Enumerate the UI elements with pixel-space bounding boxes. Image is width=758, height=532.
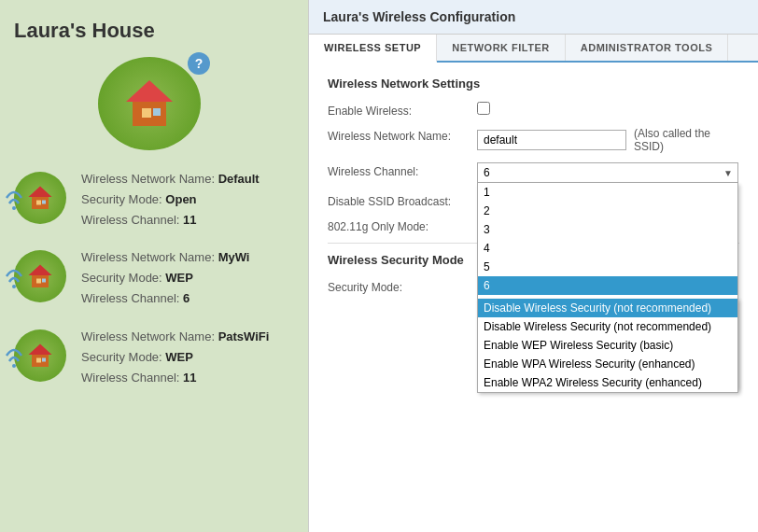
network-icon-0 xyxy=(14,172,70,228)
security-label-1: Security Mode: xyxy=(81,271,165,285)
info-badge[interactable]: ? xyxy=(188,52,210,75)
channel-option-5[interactable]: 5 xyxy=(478,258,737,276)
network-house-svg-1 xyxy=(26,262,54,290)
enable-wireless-control xyxy=(477,102,739,115)
svg-marker-0 xyxy=(126,80,173,102)
channel-option-1[interactable]: 1 xyxy=(478,183,737,202)
network-item-1: Wireless Network Name: MyWi Security Mod… xyxy=(14,247,294,309)
security-value-1: WEP xyxy=(165,271,193,285)
security-option-2[interactable]: Enable WEP Wireless Security (basic) xyxy=(478,336,737,355)
network-name-value-2: PatsWiFi xyxy=(218,329,270,343)
network-name-input[interactable] xyxy=(477,130,626,150)
security-row-2: Security Mode: WEP xyxy=(81,347,269,368)
svg-point-4 xyxy=(12,206,16,210)
channel-dropdown[interactable]: 6 ▼ 1234567891011 xyxy=(477,162,738,183)
network-info-0: Wireless Network Name: Default Security … xyxy=(81,169,260,231)
network-name-row-2: Wireless Network Name: PatsWiFi xyxy=(81,327,269,347)
svg-point-14 xyxy=(12,364,16,368)
channel-value-1: 6 xyxy=(183,291,190,305)
svg-rect-8 xyxy=(42,201,46,204)
network-icon-1 xyxy=(14,250,70,306)
network-name-value-0: Default xyxy=(218,172,260,186)
security-option-1[interactable]: Disable Wireless Security (not recommend… xyxy=(478,317,737,336)
network-house-svg-0 xyxy=(26,184,54,212)
network-item-0: Wireless Network Name: Default Security … xyxy=(14,169,294,231)
right-panel: Laura's Wireless Configuration WIRELESS … xyxy=(308,0,758,532)
ssid-note: (Also called the SSID) xyxy=(634,127,739,153)
channel-label-1: Wireless Channel: xyxy=(81,291,183,305)
channel-option-6[interactable]: 6 xyxy=(478,276,737,295)
network-info-1: Wireless Network Name: MyWi Security Mod… xyxy=(81,247,249,309)
panel-content: Wireless Network Settings Enable Wireles… xyxy=(309,63,758,532)
channel-option-3[interactable]: 3 xyxy=(478,220,737,239)
network-name-value-1: MyWi xyxy=(218,250,250,264)
security-option-4[interactable]: Enable WPA2 Wireless Security (enhanced) xyxy=(478,373,737,392)
svg-rect-12 xyxy=(36,279,41,284)
network-name-row-1: Wireless Network Name: MyWi xyxy=(81,247,249,268)
network-name-row: Wireless Network Name: (Also called the … xyxy=(328,127,739,153)
enable-wireless-checkbox[interactable] xyxy=(477,102,490,115)
enable-wireless-row: Enable Wireless: xyxy=(328,102,739,118)
network-item-2: Wireless Network Name: PatsWiFi Security… xyxy=(14,327,294,388)
network-house-svg-2 xyxy=(26,342,54,370)
svg-rect-13 xyxy=(42,279,46,283)
network-list: Wireless Network Name: Default Security … xyxy=(14,169,294,388)
section1-title: Wireless Network Settings xyxy=(328,77,739,91)
svg-rect-17 xyxy=(36,357,41,362)
channel-label-0: Wireless Channel: xyxy=(81,213,183,227)
security-option-0[interactable]: Disable Wireless Security (not recommend… xyxy=(478,299,737,317)
network-name-label: Wireless Network Name: xyxy=(328,127,477,143)
tab-admin-tools[interactable]: ADMINISTRATOR TOOLS xyxy=(566,35,729,61)
security-value-0: Open xyxy=(165,192,196,206)
security-mode-label: Security Mode: xyxy=(328,278,477,294)
svg-marker-15 xyxy=(29,343,52,355)
wireless-channel-row: Wireless Channel: 6 ▼ 1234567891011 xyxy=(328,162,739,183)
channel-option-2[interactable]: 2 xyxy=(478,202,737,220)
wifi-icon-2 xyxy=(5,337,23,374)
left-panel: Laura's House ? xyxy=(0,0,308,532)
channel-row-2: Wireless Channel: 11 xyxy=(81,368,269,388)
mode-11g-label: 802.11g Only Mode: xyxy=(328,217,477,233)
svg-rect-3 xyxy=(153,108,161,116)
security-option-3[interactable]: Enable WPA Wireless Security (enhanced) xyxy=(478,355,737,373)
channel-option-4[interactable]: 4 xyxy=(478,239,737,258)
security-dropdown-list: Disable Wireless Security (not recommend… xyxy=(477,299,738,393)
security-label-2: Security Mode: xyxy=(81,350,165,364)
network-name-label-1: Wireless Network Name: xyxy=(81,250,218,264)
network-icon-2 xyxy=(14,329,70,385)
network-name-label-0: Wireless Network Name: xyxy=(81,172,218,186)
page-title: Laura's House xyxy=(14,19,294,43)
channel-value-0: 11 xyxy=(183,213,196,227)
security-value-2: WEP xyxy=(165,350,193,364)
wifi-icon-0 xyxy=(5,179,23,217)
enable-wireless-label: Enable Wireless: xyxy=(328,102,477,118)
svg-rect-7 xyxy=(36,201,41,205)
channel-dropdown-arrow: ▼ xyxy=(723,168,733,178)
house-circle xyxy=(98,57,201,150)
main-house-icon: ? xyxy=(98,57,210,150)
network-name-control: (Also called the SSID) xyxy=(477,127,739,153)
house-svg xyxy=(121,76,177,132)
channel-label-2: Wireless Channel: xyxy=(81,371,183,385)
channel-row-0: Wireless Channel: 11 xyxy=(81,210,260,231)
wireless-channel-control: 6 ▼ 1234567891011 xyxy=(477,162,739,183)
ssid-broadcast-label: Disable SSID Broadcast: xyxy=(328,192,477,208)
channel-dropdown-selected[interactable]: 6 ▼ xyxy=(477,162,738,183)
tab-network-filter[interactable]: NETWORK FILTER xyxy=(437,35,566,61)
tab-wireless-setup[interactable]: WIRELESS SETUP xyxy=(309,35,437,63)
security-row-1: Security Mode: WEP xyxy=(81,268,249,288)
svg-rect-2 xyxy=(142,108,151,118)
svg-marker-10 xyxy=(29,265,52,276)
tabs-bar: WIRELESS SETUP NETWORK FILTER ADMINISTRA… xyxy=(309,35,758,63)
channel-selected-value: 6 xyxy=(484,166,490,179)
network-name-label-2: Wireless Network Name: xyxy=(81,329,218,343)
security-label-0: Security Mode: xyxy=(81,192,165,206)
svg-point-9 xyxy=(12,285,16,288)
wireless-channel-label: Wireless Channel: xyxy=(328,162,477,178)
channel-value-2: 11 xyxy=(183,371,196,385)
security-row-0: Security Mode: Open xyxy=(81,189,260,210)
network-name-row-0: Wireless Network Name: Default xyxy=(81,169,260,189)
svg-rect-18 xyxy=(42,357,46,361)
wifi-icon-1 xyxy=(5,258,23,295)
svg-marker-5 xyxy=(29,187,52,198)
